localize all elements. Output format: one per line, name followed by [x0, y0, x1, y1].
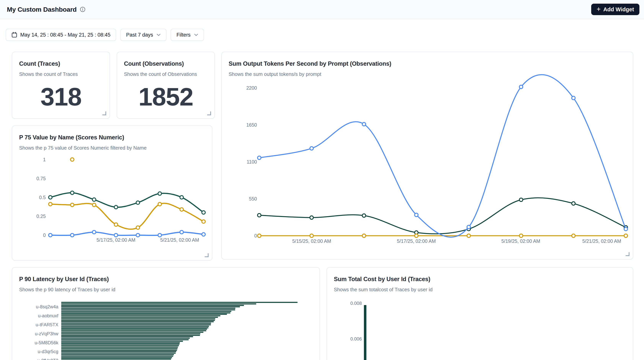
latency-bar [61, 345, 179, 346]
data-point-marker [310, 216, 314, 219]
latency-bar [61, 358, 171, 359]
data-point-marker [520, 234, 523, 237]
data-point-marker [48, 196, 52, 199]
latency-bar [61, 326, 209, 327]
widget-title: Count (Observations) [117, 52, 214, 68]
data-point-marker [572, 96, 575, 100]
data-point-marker [70, 191, 74, 195]
line-series-dark-green [259, 198, 626, 234]
date-preset-dropdown[interactable]: Past 7 days [120, 29, 166, 41]
latency-bar [61, 317, 218, 318]
widget-subtitle: Shows the count of Traces [12, 68, 110, 77]
tokens-line-chart: 05501100165022005/15/25, 02:00 AM5/17/25… [222, 52, 633, 259]
latency-bar [61, 306, 240, 307]
widget-p75-chart: P 75 Value by Name (Scores Numeric) Show… [12, 125, 212, 261]
count-observations-value: 1852 [117, 84, 214, 110]
data-point-marker [48, 233, 52, 237]
p90-bar-chart: u-8sq2w4au-aobnuxfu-tFAR5TXu-zVqP3hwu-5M… [12, 267, 320, 360]
data-point-marker [92, 198, 96, 201]
latency-bar [61, 336, 193, 337]
line-series-blue [259, 75, 626, 237]
data-point-marker [70, 203, 74, 207]
widget-tokens-chart: Sum Output Tokens Per Second by Prompt (… [221, 52, 633, 259]
latency-bar [61, 330, 206, 331]
user-id-label: u-8sq2w4a [12, 304, 58, 309]
x-tick-label: 5/17/25, 02:00 AM [96, 237, 136, 243]
latency-bar [61, 320, 215, 321]
p75_by_name-svg: 00.250.50.7515/17/25, 02:00 AM5/21/25, 0… [12, 126, 213, 261]
y-tick-label: 0.25 [36, 213, 46, 219]
data-point-marker [114, 233, 118, 237]
latency-bar [61, 309, 235, 310]
data-point-marker [136, 226, 140, 229]
data-point-marker [180, 208, 183, 211]
data-point-marker [520, 198, 523, 201]
latency-bar [61, 314, 227, 315]
line-series-yellow [50, 203, 204, 229]
data-point-marker [258, 213, 261, 217]
p75-line-chart: 00.250.50.7515/17/25, 02:00 AM5/21/25, 0… [12, 126, 212, 260]
y-tick-label: 1650 [246, 122, 257, 128]
y-tick-label: 2200 [246, 85, 257, 91]
chevron-down-icon [194, 34, 198, 36]
widget-subtitle: Shows the count of Observations [117, 68, 214, 77]
resize-handle-icon[interactable] [207, 111, 211, 115]
data-point-marker [310, 234, 314, 237]
data-point-marker [70, 158, 74, 161]
y-tick-label: 0 [43, 232, 46, 238]
calendar-icon [12, 32, 17, 38]
latency-bar [61, 354, 174, 355]
widget-count-traces: Count (Traces) Shows the count of Traces… [12, 52, 110, 119]
resize-handle-icon[interactable] [102, 111, 106, 115]
dashboard-page: My Custom Dashboard + Add Widget [0, 0, 644, 360]
tokens_by_prompt-svg: 05501100165022005/15/25, 02:00 AM5/17/25… [222, 52, 634, 260]
add-widget-button[interactable]: + Add Widget [591, 4, 640, 15]
data-point-marker [180, 196, 183, 199]
user-id-label: u-d3qr5cg [12, 349, 58, 354]
data-point-marker [92, 230, 96, 234]
user-id-label: u-aobnuxf [12, 313, 58, 318]
latency-bar [61, 342, 180, 343]
latency-bar [61, 346, 178, 348]
latency-bar [61, 324, 211, 325]
chevron-down-icon [156, 34, 161, 36]
resize-handle-icon[interactable] [205, 253, 208, 257]
widget-cost-chart: Sum Total Cost by User Id (Traces) Shows… [326, 267, 633, 360]
cost-bar-chart: 0.0080.006 [327, 267, 633, 360]
data-point-marker [136, 201, 140, 204]
latency-bar [61, 357, 172, 358]
latency-bar [61, 315, 220, 316]
y-tick-label: 0.008 [327, 301, 362, 306]
data-point-marker [362, 234, 366, 237]
latency-bar [61, 308, 235, 309]
resize-handle-icon[interactable] [626, 252, 630, 256]
data-point-marker [158, 192, 162, 195]
latency-bar [61, 351, 176, 352]
filters-dropdown[interactable]: Filters [171, 29, 204, 41]
latency-bar [61, 303, 256, 304]
x-tick-label: 5/15/25, 02:00 AM [292, 238, 331, 244]
latency-bar [61, 343, 180, 345]
latency-bar [61, 327, 208, 328]
data-point-marker [467, 225, 470, 229]
data-point-marker [258, 234, 261, 237]
date-range-value: May 14, 25 : 08:45 - May 21, 25 : 08:45 [20, 32, 110, 38]
info-icon[interactable] [80, 7, 86, 12]
page-title: My Custom Dashboard [7, 6, 77, 13]
data-point-marker [180, 230, 183, 234]
latency-bar [61, 332, 204, 333]
latency-bar [61, 341, 183, 342]
latency-bar [61, 311, 231, 312]
date-preset-value: Past 7 days [126, 32, 153, 38]
data-point-marker [520, 85, 523, 89]
x-tick-label: 5/21/25, 02:00 AM [160, 237, 199, 243]
latency-bar [61, 352, 176, 354]
data-point-marker [158, 202, 162, 206]
data-point-marker [572, 234, 575, 237]
date-range-picker[interactable]: May 14, 25 : 08:45 - May 21, 25 : 08:45 [6, 29, 116, 41]
y-tick-label: 550 [249, 196, 257, 201]
latency-bar [61, 321, 214, 322]
add-widget-label: Add Widget [603, 6, 634, 13]
data-point-marker [202, 211, 205, 214]
filter-bar: May 14, 25 : 08:45 - May 21, 25 : 08:45 … [6, 29, 204, 41]
